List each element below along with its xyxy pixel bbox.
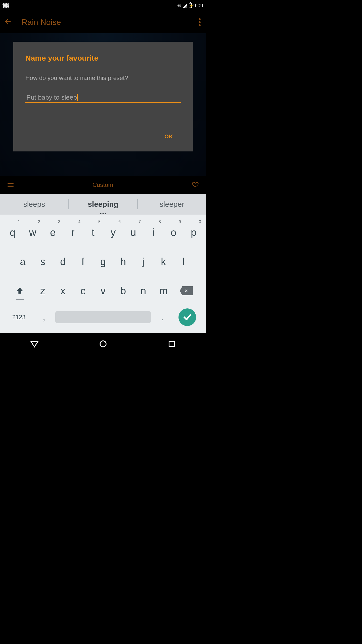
backspace-key[interactable] — [173, 277, 199, 305]
key-a[interactable]: a — [13, 248, 33, 275]
key-j[interactable]: j — [133, 248, 153, 275]
key-h[interactable]: h — [113, 248, 133, 275]
suggestion-left[interactable]: sleeps — [0, 200, 68, 209]
app-bar: Rain Noise — [0, 11, 206, 33]
clock: 9:09 — [193, 3, 203, 9]
key-u[interactable]: 7u — [123, 219, 143, 246]
key-t[interactable]: 5t — [83, 219, 103, 246]
key-o[interactable]: 9o — [163, 219, 184, 246]
key-m[interactable]: m — [153, 277, 173, 305]
preset-name-input[interactable]: Put baby to sleep — [25, 91, 181, 103]
key-p[interactable]: 0p — [184, 219, 204, 246]
backspace-icon — [180, 286, 193, 295]
key-w[interactable]: 2w — [23, 219, 43, 246]
battery-charging-icon: ⚡ — [189, 3, 192, 8]
suggestion-right[interactable]: sleeper — [138, 200, 206, 209]
nav-back-icon[interactable] — [30, 339, 39, 349]
key-q[interactable]: 1q — [3, 219, 23, 246]
android-nav-bar — [0, 333, 206, 355]
key-l[interactable]: l — [173, 248, 194, 275]
preset-bar: Custom — [0, 176, 206, 194]
dialog-title: Name your favourite — [25, 54, 181, 62]
space-key[interactable] — [55, 306, 151, 328]
key-row-3: z x c v b n m — [1, 277, 205, 305]
key-y[interactable]: 6y — [103, 219, 123, 246]
suggestion-row: sleeps sleeping sleeper — [0, 194, 206, 215]
key-e[interactable]: 3e — [43, 219, 63, 246]
key-r[interactable]: 4r — [63, 219, 83, 246]
main-content: Name your favourite How do you want to n… — [0, 33, 206, 176]
key-row-1: 1q 2w 3e 4r 5t 6y 7u 8i 9o 0p — [1, 219, 205, 246]
signal-icon — [183, 3, 187, 8]
key-n[interactable]: n — [133, 277, 153, 305]
enter-key[interactable] — [173, 306, 201, 328]
more-suggestions-icon[interactable] — [100, 213, 106, 214]
menu-icon[interactable] — [8, 182, 14, 188]
key-f[interactable]: f — [73, 248, 93, 275]
key-x[interactable]: x — [53, 277, 73, 305]
status-bar: 4G ⚡ 9:09 — [0, 0, 206, 11]
key-k[interactable]: k — [153, 248, 173, 275]
key-z[interactable]: z — [33, 277, 53, 305]
key-v[interactable]: v — [93, 277, 113, 305]
key-d[interactable]: d — [53, 248, 73, 275]
key-row-2: a s d f g h j k l — [1, 248, 205, 275]
input-text: Put baby to sleep — [26, 94, 77, 101]
suggestion-middle[interactable]: sleeping — [69, 200, 137, 209]
ok-button[interactable]: OK — [164, 133, 173, 140]
nav-home-icon[interactable] — [99, 339, 108, 349]
preset-label: Custom — [93, 181, 113, 188]
key-b[interactable]: b — [113, 277, 133, 305]
svg-point-0 — [100, 341, 106, 347]
symbols-key[interactable]: ?123 — [5, 306, 33, 328]
key-s[interactable]: s — [33, 248, 53, 275]
favourite-icon[interactable] — [192, 181, 199, 189]
name-favourite-dialog: Name your favourite How do you want to n… — [13, 42, 193, 151]
text-cursor — [77, 94, 78, 101]
period-key[interactable]: . — [151, 306, 173, 328]
network-label: 4G — [177, 4, 181, 7]
checkmark-icon — [178, 308, 196, 326]
overflow-menu-icon[interactable] — [199, 18, 201, 26]
dialog-message: How do you want to name this preset? — [25, 74, 181, 82]
key-i[interactable]: 8i — [143, 219, 163, 246]
key-row-4: ?123 , . — [1, 306, 205, 328]
key-g[interactable]: g — [93, 248, 113, 275]
back-arrow-icon[interactable] — [4, 17, 12, 27]
comma-key[interactable]: , — [33, 306, 55, 328]
svg-rect-1 — [169, 341, 174, 347]
equalizer-icon — [3, 3, 9, 8]
shift-key[interactable] — [7, 277, 33, 305]
nav-recent-icon[interactable] — [167, 339, 176, 349]
key-c[interactable]: c — [73, 277, 93, 305]
app-title: Rain Noise — [22, 18, 61, 27]
keyboard: sleeps sleeping sleeper 1q 2w 3e 4r 5t 6… — [0, 194, 206, 333]
